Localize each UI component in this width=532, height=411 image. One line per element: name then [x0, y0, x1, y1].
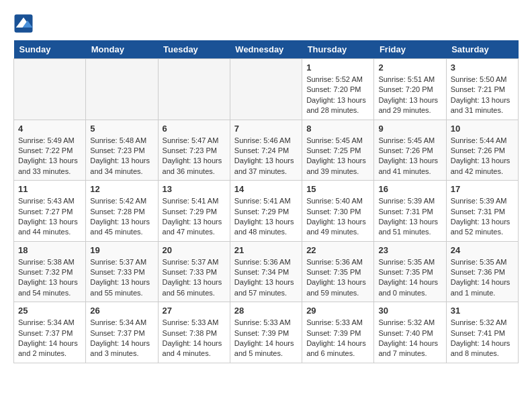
day-number: 27 — [163, 306, 226, 316]
day-number: 2 — [378, 62, 441, 73]
col-header-sunday: Sunday — [14, 40, 86, 59]
day-info: Sunrise: 5:44 AM Sunset: 7:26 PM Dayligh… — [451, 136, 514, 177]
day-info: Sunrise: 5:36 AM Sunset: 7:35 PM Dayligh… — [306, 257, 369, 299]
day-info: Sunrise: 5:36 AM Sunset: 7:34 PM Dayligh… — [234, 257, 298, 299]
day-number: 18 — [18, 245, 81, 255]
day-info: Sunrise: 5:34 AM Sunset: 7:37 PM Dayligh… — [90, 318, 153, 359]
day-info: Sunrise: 5:43 AM Sunset: 7:27 PM Dayligh… — [18, 196, 81, 238]
day-cell: 24Sunrise: 5:35 AM Sunset: 7:36 PM Dayli… — [446, 241, 518, 302]
day-info: Sunrise: 5:38 AM Sunset: 7:32 PM Dayligh… — [18, 257, 81, 299]
header-row: SundayMondayTuesdayWednesdayThursdayFrid… — [14, 40, 519, 59]
day-info: Sunrise: 5:35 AM Sunset: 7:36 PM Dayligh… — [451, 257, 514, 299]
day-cell: 25Sunrise: 5:34 AM Sunset: 7:37 PM Dayli… — [14, 302, 86, 363]
day-number: 17 — [451, 184, 514, 194]
day-cell: 6Sunrise: 5:47 AM Sunset: 7:23 PM Daylig… — [158, 120, 230, 181]
day-cell: 5Sunrise: 5:48 AM Sunset: 7:23 PM Daylig… — [86, 120, 158, 181]
week-row-2: 4Sunrise: 5:49 AM Sunset: 7:22 PM Daylig… — [14, 120, 519, 181]
day-cell: 29Sunrise: 5:33 AM Sunset: 7:39 PM Dayli… — [302, 302, 374, 363]
day-info: Sunrise: 5:46 AM Sunset: 7:24 PM Dayligh… — [234, 136, 298, 177]
day-info: Sunrise: 5:33 AM Sunset: 7:39 PM Dayligh… — [234, 318, 298, 359]
day-cell: 9Sunrise: 5:45 AM Sunset: 7:26 PM Daylig… — [374, 120, 446, 181]
day-number: 16 — [378, 184, 441, 194]
week-row-5: 25Sunrise: 5:34 AM Sunset: 7:37 PM Dayli… — [14, 302, 519, 363]
day-cell: 27Sunrise: 5:33 AM Sunset: 7:38 PM Dayli… — [158, 302, 230, 363]
day-info: Sunrise: 5:47 AM Sunset: 7:23 PM Dayligh… — [163, 136, 226, 177]
day-cell: 23Sunrise: 5:35 AM Sunset: 7:35 PM Dayli… — [374, 241, 446, 302]
calendar-table: SundayMondayTuesdayWednesdayThursdayFrid… — [13, 40, 519, 363]
day-info: Sunrise: 5:52 AM Sunset: 7:20 PM Dayligh… — [306, 75, 369, 116]
day-cell: 31Sunrise: 5:32 AM Sunset: 7:41 PM Dayli… — [446, 302, 518, 363]
col-header-monday: Monday — [86, 40, 158, 59]
day-number: 22 — [306, 245, 369, 255]
day-number: 21 — [234, 245, 298, 255]
day-cell: 14Sunrise: 5:41 AM Sunset: 7:29 PM Dayli… — [230, 181, 302, 242]
day-number: 7 — [234, 124, 298, 134]
day-number: 13 — [163, 184, 226, 194]
day-number: 5 — [90, 124, 153, 134]
day-number: 25 — [18, 306, 81, 316]
logo — [13, 13, 36, 34]
day-info: Sunrise: 5:40 AM Sunset: 7:30 PM Dayligh… — [306, 196, 369, 238]
day-cell: 30Sunrise: 5:32 AM Sunset: 7:40 PM Dayli… — [374, 302, 446, 363]
day-number: 10 — [451, 124, 514, 134]
day-info: Sunrise: 5:50 AM Sunset: 7:21 PM Dayligh… — [451, 75, 514, 116]
day-cell: 2Sunrise: 5:51 AM Sunset: 7:20 PM Daylig… — [374, 59, 446, 120]
day-number: 23 — [378, 245, 441, 255]
day-info: Sunrise: 5:41 AM Sunset: 7:29 PM Dayligh… — [234, 196, 298, 238]
day-cell: 10Sunrise: 5:44 AM Sunset: 7:26 PM Dayli… — [446, 120, 518, 181]
day-cell: 20Sunrise: 5:37 AM Sunset: 7:33 PM Dayli… — [158, 241, 230, 302]
day-cell — [230, 59, 302, 120]
week-row-3: 11Sunrise: 5:43 AM Sunset: 7:27 PM Dayli… — [14, 181, 519, 242]
col-header-friday: Friday — [374, 40, 446, 59]
day-info: Sunrise: 5:41 AM Sunset: 7:29 PM Dayligh… — [163, 196, 226, 238]
day-info: Sunrise: 5:37 AM Sunset: 7:33 PM Dayligh… — [90, 257, 153, 299]
day-number: 12 — [90, 184, 153, 194]
day-info: Sunrise: 5:34 AM Sunset: 7:37 PM Dayligh… — [18, 318, 81, 359]
day-info: Sunrise: 5:42 AM Sunset: 7:28 PM Dayligh… — [90, 196, 153, 238]
day-info: Sunrise: 5:45 AM Sunset: 7:26 PM Dayligh… — [378, 136, 441, 177]
day-info: Sunrise: 5:35 AM Sunset: 7:35 PM Dayligh… — [378, 257, 441, 299]
week-row-4: 18Sunrise: 5:38 AM Sunset: 7:32 PM Dayli… — [14, 241, 519, 302]
day-number: 28 — [234, 306, 298, 316]
day-cell — [158, 59, 230, 120]
logo-icon — [13, 13, 34, 34]
col-header-saturday: Saturday — [446, 40, 518, 59]
day-cell: 28Sunrise: 5:33 AM Sunset: 7:39 PM Dayli… — [230, 302, 302, 363]
day-number: 4 — [18, 124, 81, 134]
day-cell: 15Sunrise: 5:40 AM Sunset: 7:30 PM Dayli… — [302, 181, 374, 242]
day-info: Sunrise: 5:48 AM Sunset: 7:23 PM Dayligh… — [90, 136, 153, 177]
day-number: 20 — [163, 245, 226, 255]
day-cell: 11Sunrise: 5:43 AM Sunset: 7:27 PM Dayli… — [14, 181, 86, 242]
day-info: Sunrise: 5:33 AM Sunset: 7:38 PM Dayligh… — [163, 318, 226, 359]
day-info: Sunrise: 5:39 AM Sunset: 7:31 PM Dayligh… — [451, 196, 514, 238]
day-cell: 19Sunrise: 5:37 AM Sunset: 7:33 PM Dayli… — [86, 241, 158, 302]
day-info: Sunrise: 5:33 AM Sunset: 7:39 PM Dayligh… — [306, 318, 369, 359]
day-cell — [86, 59, 158, 120]
day-cell: 21Sunrise: 5:36 AM Sunset: 7:34 PM Dayli… — [230, 241, 302, 302]
day-info: Sunrise: 5:39 AM Sunset: 7:31 PM Dayligh… — [378, 196, 441, 238]
day-number: 1 — [306, 62, 369, 73]
page-header — [13, 13, 519, 34]
day-number: 19 — [90, 245, 153, 255]
day-number: 30 — [378, 306, 441, 316]
day-cell: 13Sunrise: 5:41 AM Sunset: 7:29 PM Dayli… — [158, 181, 230, 242]
day-cell: 22Sunrise: 5:36 AM Sunset: 7:35 PM Dayli… — [302, 241, 374, 302]
day-number: 14 — [234, 184, 298, 194]
day-cell: 26Sunrise: 5:34 AM Sunset: 7:37 PM Dayli… — [86, 302, 158, 363]
col-header-tuesday: Tuesday — [158, 40, 230, 59]
day-cell — [14, 59, 86, 120]
day-info: Sunrise: 5:37 AM Sunset: 7:33 PM Dayligh… — [163, 257, 226, 299]
day-cell: 3Sunrise: 5:50 AM Sunset: 7:21 PM Daylig… — [446, 59, 518, 120]
day-cell: 18Sunrise: 5:38 AM Sunset: 7:32 PM Dayli… — [14, 241, 86, 302]
day-info: Sunrise: 5:51 AM Sunset: 7:20 PM Dayligh… — [378, 75, 441, 116]
day-number: 26 — [90, 306, 153, 316]
col-header-wednesday: Wednesday — [230, 40, 302, 59]
day-cell: 17Sunrise: 5:39 AM Sunset: 7:31 PM Dayli… — [446, 181, 518, 242]
day-number: 3 — [451, 62, 514, 73]
day-number: 24 — [451, 245, 514, 255]
day-cell: 4Sunrise: 5:49 AM Sunset: 7:22 PM Daylig… — [14, 120, 86, 181]
day-info: Sunrise: 5:45 AM Sunset: 7:25 PM Dayligh… — [306, 136, 369, 177]
day-number: 6 — [163, 124, 226, 134]
day-cell: 8Sunrise: 5:45 AM Sunset: 7:25 PM Daylig… — [302, 120, 374, 181]
day-number: 29 — [306, 306, 369, 316]
